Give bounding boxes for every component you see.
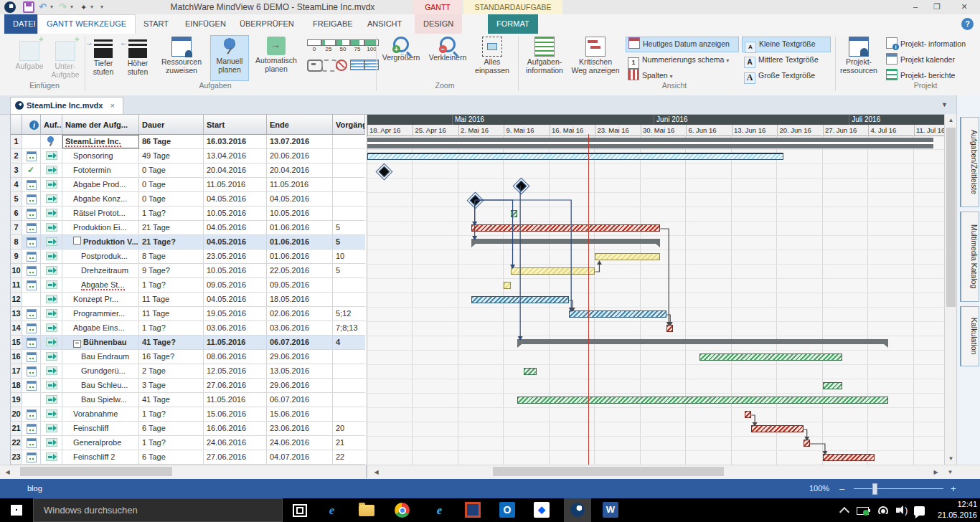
predecessor-cell[interactable] [333, 364, 365, 378]
start-date-cell[interactable]: 27.06.2016 [204, 450, 267, 464]
table-row[interactable]: 20Vorabnahme1 Tag?15.06.201615.06.2016 [11, 407, 365, 422]
start-date-cell[interactable]: 04.05.2016 [204, 221, 267, 234]
plan-mode-cell[interactable] [41, 436, 62, 450]
kritischen-weg-button[interactable]: Kritischen Weg anzeigen [570, 35, 621, 80]
end-date-cell[interactable]: 01.06.2016 [267, 250, 333, 263]
predecessor-cell[interactable]: 21 [333, 436, 365, 450]
start-date-cell[interactable]: 04.05.2016 [204, 293, 267, 306]
start-date-cell[interactable]: 20.04.2016 [204, 163, 267, 177]
task-name-cell[interactable]: Drehzeitraum [62, 264, 139, 277]
info-cell[interactable] [22, 321, 41, 335]
progress-25-button[interactable]: 25 [321, 39, 336, 52]
info-cell[interactable] [22, 379, 41, 392]
sidetab-multimedia-katalog[interactable]: Multimedia Katalog [960, 212, 979, 302]
predecessor-cell[interactable] [333, 135, 365, 148]
table-row[interactable]: 11Abgabe St...1 Tag?09.05.201609.05.2016 [11, 278, 365, 293]
table-scroll-left-icon[interactable]: ◀ [1, 469, 14, 475]
predecessor-cell[interactable] [333, 178, 365, 191]
sidetab-kalkulation[interactable]: Kalkulation [960, 306, 979, 366]
progress-75-button[interactable]: 75 [350, 39, 364, 52]
ribbon-tab-einfügen[interactable]: EINFÜGEN [176, 14, 235, 34]
progress-50-button[interactable]: 50 [336, 39, 350, 52]
start-date-cell[interactable]: 19.05.2016 [204, 307, 267, 321]
start-date-cell[interactable]: 13.04.2016 [204, 149, 267, 163]
duration-cell[interactable]: 11 Tage [139, 307, 204, 321]
alles-einpassen-button[interactable]: Alles einpassen [472, 35, 512, 80]
task-name-cell[interactable]: Bau Endraum [62, 350, 139, 364]
table-row[interactable]: 4Abgabe Prod...0 Tage11.05.201611.05.201… [11, 178, 365, 192]
duration-cell[interactable]: 41 Tage [139, 393, 204, 407]
predecessor-cell[interactable] [333, 350, 365, 364]
task-name-cell[interactable]: Feinschliff 2 [62, 450, 139, 464]
table-row[interactable]: 8Produktion V...21 Tage?04.05.201601.06.… [11, 235, 365, 250]
table-row[interactable]: 5Abgabe Konz...0 Tage04.05.201604.05.201… [11, 192, 365, 207]
close-button[interactable]: ✕ [957, 1, 971, 12]
table-row[interactable]: 17Grundgerü...2 Tage12.05.201613.05.2016 [11, 364, 365, 379]
info-cell[interactable] [22, 278, 41, 292]
progress-100-button[interactable]: 100 [364, 39, 379, 52]
pane-splitter[interactable] [366, 465, 367, 478]
duration-cell[interactable]: 21 Tage [139, 221, 204, 234]
duration-cell[interactable]: 1 Tag? [139, 407, 204, 421]
info-cell[interactable] [22, 221, 41, 234]
vertical-scroll-thumb[interactable] [946, 128, 956, 307]
duration-cell[interactable]: 1 Tag? [139, 278, 204, 292]
predecessor-cell[interactable]: 22 [333, 450, 365, 464]
taskbar-clock[interactable]: 12:41 21.05.2016 [934, 499, 977, 521]
end-date-cell[interactable]: 15.06.2016 [267, 407, 333, 421]
insert-calendar-icon[interactable] [364, 60, 379, 70]
predecessor-cell[interactable] [333, 407, 365, 421]
info-cell[interactable] [22, 192, 41, 206]
table-row[interactable]: 22Generalprobe1 Tag?24.06.201624.06.2016… [11, 436, 365, 450]
predecessor-cell[interactable]: 20 [333, 422, 365, 435]
info-cell[interactable] [22, 350, 41, 364]
scroll-up-icon[interactable]: ▲ [945, 117, 957, 123]
manuell-planen-button[interactable]: Manuell planen [210, 35, 249, 81]
automatisch-planen-button[interactable]: Automatisch planen [250, 35, 303, 80]
ribbon-tab-design[interactable]: DESIGN [415, 14, 462, 34]
plan-mode-cell[interactable] [41, 135, 62, 148]
end-date-cell[interactable]: 24.06.2016 [267, 436, 333, 450]
help-button[interactable]: ? [961, 18, 974, 30]
info-cell[interactable] [22, 336, 41, 349]
task-name-cell[interactable]: Bau Schleu... [62, 379, 139, 392]
info-cell[interactable] [22, 207, 41, 220]
table-row[interactable]: 2Sponsoring49 Tage13.04.201620.06.2016 [11, 149, 365, 163]
plan-mode-cell[interactable] [41, 450, 62, 464]
zoom-in-button[interactable]: + [951, 483, 956, 494]
table-row[interactable]: 1SteamLine Inc.86 Tage16.03.201613.07.20… [11, 135, 365, 149]
plan-mode-cell[interactable] [41, 422, 62, 435]
duration-cell[interactable]: 6 Tage [139, 450, 204, 464]
edge-icon[interactable]: e [323, 501, 341, 519]
duration-cell[interactable]: 21 Tage? [139, 235, 204, 249]
wifi-icon[interactable] [878, 506, 888, 514]
outlook-icon[interactable]: O [499, 502, 515, 518]
ribbon-tab-gantt-werkzeuge[interactable]: GANTT WERKZEUGE [37, 14, 136, 34]
info-cell[interactable] [22, 250, 41, 263]
info-cell[interactable] [22, 436, 41, 450]
predecessor-cell[interactable]: 5 [333, 221, 365, 234]
app-tile-icon[interactable] [465, 502, 481, 518]
end-date-cell[interactable]: 22.05.2016 [267, 264, 333, 277]
end-date-cell[interactable]: 04.05.2016 [267, 192, 333, 206]
task-name-cell[interactable]: SteamLine Inc. [62, 135, 139, 148]
plan-mode-cell[interactable] [41, 364, 62, 378]
start-date-cell[interactable]: 11.05.2016 [204, 336, 267, 349]
end-date-cell[interactable]: 01.06.2016 [267, 221, 333, 234]
info-cell[interactable] [22, 450, 41, 464]
duration-cell[interactable]: 2 Tage [139, 364, 204, 378]
start-date-cell[interactable]: 09.05.2016 [204, 278, 267, 292]
column-header-0[interactable] [11, 115, 22, 135]
info-cell[interactable] [22, 264, 41, 277]
predecessor-cell[interactable]: 10 [333, 250, 365, 263]
start-date-cell[interactable]: 11.05.2016 [204, 393, 267, 407]
ribbon-tab-start[interactable]: START [135, 14, 177, 34]
plan-mode-cell[interactable] [41, 293, 62, 306]
unlink-icon[interactable] [321, 60, 337, 72]
task-name-cell[interactable]: Produktion Ei... [62, 221, 139, 234]
table-row[interactable]: 7Produktion Ei...21 Tage04.05.201601.06.… [11, 221, 365, 235]
redo-icon[interactable]: ↷ [59, 1, 70, 13]
table-row[interactable]: 16Bau Endraum16 Tage?08.06.201629.06.201… [11, 350, 365, 364]
chart-scroll-right-icon[interactable]: ▶ [930, 469, 942, 475]
save-icon[interactable] [23, 1, 34, 13]
